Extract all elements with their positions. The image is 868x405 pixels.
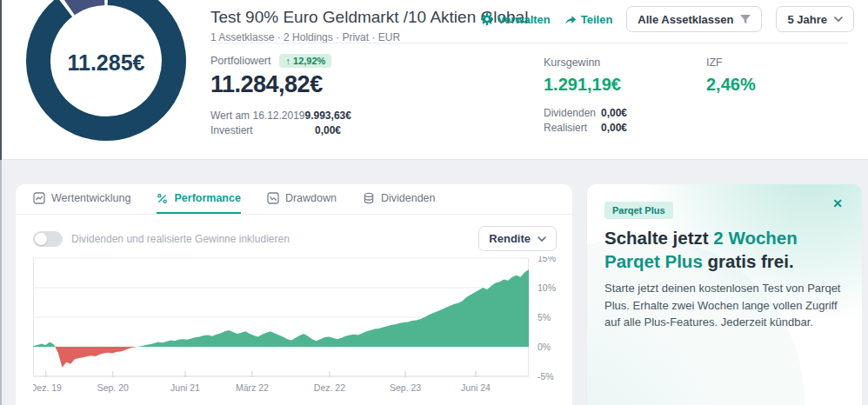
portfolio-header: 11.285€ Test 90% Euro Geldmarkt /10 Akti…	[0, 0, 868, 160]
portfoliowert-value: 11.284,82€	[210, 71, 350, 98]
toggle-knob	[35, 233, 47, 245]
chevron-down-icon	[537, 236, 546, 242]
verwalten-label: Verwalten	[497, 13, 551, 26]
kursgewinn-stat: Kursgewinn 1.291,19€ Dividenden 0,00€ Re…	[544, 54, 691, 134]
performance-chart-card: Wertentwicklung Performance Drawdown Div…	[16, 184, 572, 405]
assetclass-filter-label: Alle Assetklassen	[638, 13, 733, 26]
area-series-positive	[137, 269, 529, 347]
stat-row-investiert: Investiert 0,00€	[210, 123, 341, 138]
teilen-button[interactable]: Teilen	[564, 13, 613, 26]
tab-performance[interactable]: Performance	[157, 184, 240, 214]
realisiert-label: Realisiert	[544, 122, 601, 134]
portfoliowert-stat: Portfoliowert ↑ 12,92% 11.284,82€ Wert a…	[210, 54, 350, 138]
tab-wertentwicklung[interactable]: Wertentwicklung	[33, 184, 130, 214]
change-badge: ↑ 12,92%	[279, 54, 331, 68]
promo-headline: Schalte jetzt 2 Wochen Parqet Plus grati…	[604, 226, 850, 273]
stat-row-wert-am: Wert am 16.12.2019 9.993,63€	[210, 109, 341, 123]
divider	[210, 43, 848, 43]
tab-drawdown[interactable]: Drawdown	[267, 184, 337, 214]
rendite-dropdown[interactable]: Rendite	[478, 226, 557, 251]
dividenden-label: Dividenden	[544, 107, 601, 119]
percent-icon	[157, 193, 168, 204]
performance-area-chart[interactable]: 15%10%5%0%-5%Dez. 19Sep. 20Juni 21März 2…	[33, 256, 558, 401]
parqet-plus-badge: Parqet Plus	[604, 202, 673, 219]
parqet-plus-promo-card: Parqet Plus ✕ Schalte jetzt 2 Wochen Par…	[587, 184, 862, 405]
y-axis-tick-label: 15%	[537, 256, 556, 263]
x-axis-tick-label: Dez. 19	[33, 382, 62, 393]
x-axis-tick-label: Sep. 20	[97, 382, 129, 393]
toggle-label: Dividenden und realisierte Gewinne inklu…	[71, 233, 290, 245]
y-axis-tick-label: 10%	[537, 282, 556, 293]
portfoliowert-label: Portfoliowert	[210, 55, 270, 67]
dividends-toggle[interactable]	[33, 231, 63, 247]
period-label: 5 Jahre	[787, 13, 827, 26]
kursgewinn-value: 1.291,19€	[544, 75, 691, 95]
izf-label: IZF	[706, 56, 723, 69]
izf-stat: IZF 2,46%	[706, 54, 756, 95]
area-series-negative	[55, 347, 137, 368]
assetclass-filter-dropdown[interactable]: Alle Assetklassen	[626, 6, 762, 32]
window-edge	[0, 0, 2, 160]
donut-center-value: 11.285€	[68, 50, 145, 75]
close-icon[interactable]: ✕	[829, 193, 846, 214]
x-axis-tick-label: März 22	[236, 382, 269, 393]
window-edge	[0, 160, 2, 405]
y-axis-tick-label: 5%	[537, 312, 551, 322]
teilen-label: Teilen	[581, 13, 613, 26]
chevron-down-icon	[834, 17, 843, 22]
gear-icon	[481, 13, 493, 25]
promo-body-text: Starte jetzt deinen kostenlosen Test von…	[604, 280, 851, 331]
share-icon	[564, 14, 577, 25]
izf-value: 2,46%	[706, 75, 756, 95]
portfolio-meta: 1 Assetklasse · 2 Holdings · Privat · EU…	[210, 31, 400, 43]
line-chart-icon	[33, 192, 45, 204]
tab-dividenden[interactable]: Dividenden	[363, 184, 436, 214]
x-axis-tick-label: Sep. 23	[390, 382, 421, 393]
x-axis-tick-label: Juni 21	[170, 382, 200, 393]
period-dropdown[interactable]: 5 Jahre	[776, 6, 854, 32]
drawdown-chart-icon	[267, 192, 279, 204]
realisiert-value: 0,00€	[601, 122, 691, 134]
area-series-positive	[33, 342, 55, 347]
donut-slice-aktien[interactable]	[68, 0, 104, 5]
coins-icon	[363, 192, 375, 204]
verwalten-button[interactable]: Verwalten	[481, 13, 551, 26]
chart-tab-bar: Wertentwicklung Performance Drawdown Div…	[16, 184, 572, 215]
x-axis-tick-label: Juni 24	[461, 382, 491, 393]
y-axis-tick-label: -5%	[537, 371, 554, 382]
chart-controls: Dividenden und realisierte Gewinne inklu…	[16, 215, 572, 251]
allocation-donut-chart[interactable]: 11.285€	[19, 0, 193, 148]
kursgewinn-label: Kursgewinn	[544, 56, 600, 69]
y-axis-tick-label: 0%	[537, 342, 551, 352]
dividenden-value: 0,00€	[601, 107, 691, 119]
x-axis-tick-label: Dez. 22	[314, 382, 345, 393]
funnel-icon	[740, 15, 751, 24]
header-actions: Verwalten Teilen Alle Assetklassen 5 Jah…	[481, 6, 854, 32]
